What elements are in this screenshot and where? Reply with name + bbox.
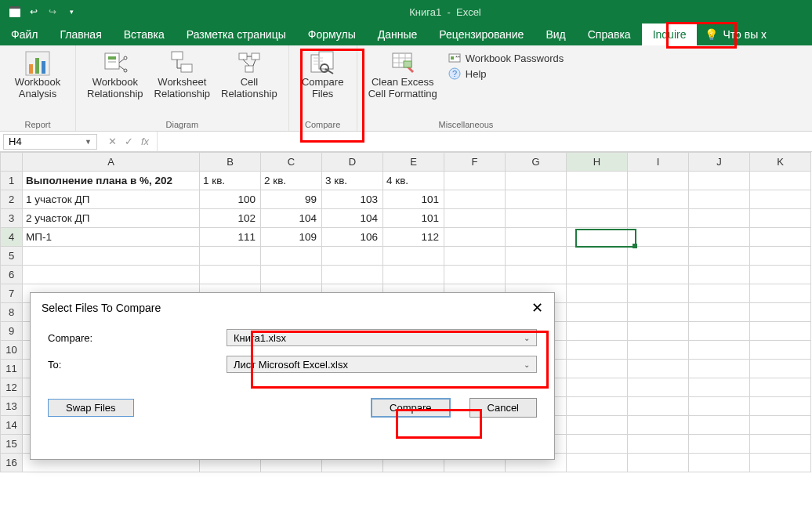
row-header[interactable]: 15 [1,435,23,454]
row-header[interactable]: 9 [1,322,23,341]
cell[interactable] [261,266,322,284]
cell[interactable] [750,378,811,397]
tell-me[interactable]: 💡 Что вы х [697,24,774,45]
cell[interactable] [567,360,628,378]
cell[interactable] [689,454,750,472]
cell[interactable] [506,209,567,228]
cell[interactable]: 104 [261,209,322,228]
cell[interactable] [689,397,750,416]
cell[interactable] [628,360,689,378]
cell[interactable] [567,303,628,322]
cell[interactable] [628,266,689,284]
cell[interactable] [383,247,444,266]
col-header[interactable]: G [506,153,567,172]
col-header[interactable]: D [322,153,383,172]
cell[interactable] [750,454,811,472]
cell[interactable]: 112 [383,228,444,247]
cell[interactable] [750,172,811,190]
cell[interactable] [506,190,567,209]
row-header[interactable]: 5 [1,247,23,266]
cell[interactable] [506,266,567,284]
row-header[interactable]: 11 [1,360,23,378]
cell[interactable]: 2 кв. [261,172,322,190]
name-box[interactable]: H4 ▼ [3,134,97,150]
tab-view[interactable]: Вид [535,24,576,45]
cell[interactable] [689,416,750,435]
cell[interactable] [689,322,750,341]
cell[interactable]: Выполнение плана в %, 202 [23,172,200,190]
compare-combo[interactable]: Книга1.xlsx ⌄ [227,329,537,346]
cell[interactable] [506,247,567,266]
cell[interactable] [506,228,567,247]
row-header[interactable]: 1 [1,172,23,190]
cell[interactable] [628,341,689,360]
tab-data[interactable]: Данные [367,24,429,45]
cell[interactable] [689,209,750,228]
cell[interactable] [750,247,811,266]
cell[interactable] [750,341,811,360]
cell[interactable] [750,209,811,228]
cell[interactable] [628,378,689,397]
cell[interactable] [567,378,628,397]
cell[interactable] [750,397,811,416]
cell[interactable]: 101 [383,209,444,228]
cell[interactable]: 1 участок ДП [23,190,200,209]
tab-review[interactable]: Рецензирование [428,24,535,45]
cell[interactable]: 99 [261,190,322,209]
cell[interactable] [628,416,689,435]
row-header[interactable]: 13 [1,397,23,416]
row-header[interactable]: 16 [1,454,23,472]
close-icon[interactable]: ✕ [531,301,543,315]
cell[interactable] [200,266,261,284]
cell[interactable] [628,190,689,209]
cell[interactable] [750,266,811,284]
row-header[interactable]: 6 [1,266,23,284]
cell[interactable]: 106 [322,228,383,247]
cancel-edit-icon[interactable]: ✕ [108,136,117,147]
cell[interactable] [322,247,383,266]
cell[interactable] [689,190,750,209]
cell[interactable]: 102 [200,209,261,228]
cell[interactable] [383,266,444,284]
redo-icon[interactable]: ↪ [45,5,60,19]
cell[interactable] [567,190,628,209]
cell[interactable] [506,172,567,190]
row-header[interactable]: 8 [1,303,23,322]
cell[interactable] [689,303,750,322]
cell[interactable] [750,416,811,435]
cell[interactable] [567,247,628,266]
col-header[interactable]: E [383,153,444,172]
compare-button[interactable]: Compare [371,398,450,418]
cell[interactable] [567,266,628,284]
workbook-passwords-button[interactable]: ** Workbook Passwords [445,50,567,66]
workbook-analysis-button[interactable]: WorkbookAnalysis [8,49,67,102]
col-header[interactable]: J [689,153,750,172]
cell[interactable] [628,303,689,322]
cell[interactable] [567,416,628,435]
col-header[interactable]: F [444,153,506,172]
cell-relationship-button[interactable]: CellRelationship [218,49,281,102]
fx-icon[interactable]: fx [141,136,149,147]
cell[interactable] [23,247,200,266]
cell[interactable] [689,228,750,247]
tab-home[interactable]: Главная [49,24,112,45]
cell[interactable] [444,247,506,266]
cell[interactable] [628,209,689,228]
col-header[interactable]: B [200,153,261,172]
cell[interactable] [567,284,628,303]
col-header[interactable]: I [628,153,689,172]
cell[interactable]: 1 кв. [200,172,261,190]
help-button[interactable]: ? Help [445,66,567,81]
row-header[interactable]: 12 [1,378,23,397]
cell[interactable] [444,172,506,190]
cell[interactable]: 101 [383,190,444,209]
col-header[interactable]: A [23,153,200,172]
cell[interactable] [689,360,750,378]
tab-insert[interactable]: Вставка [113,24,176,45]
cell[interactable] [628,228,689,247]
col-header[interactable]: H [567,153,628,172]
cell[interactable] [689,247,750,266]
select-all-corner[interactable] [1,153,23,172]
tab-formulas[interactable]: Формулы [297,24,367,45]
cell[interactable] [689,341,750,360]
